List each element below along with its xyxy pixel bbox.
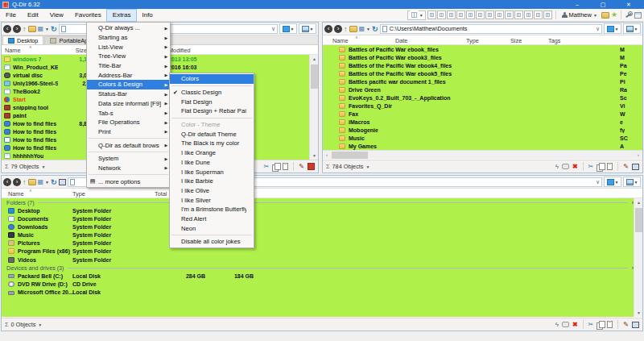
column-header-date[interactable]: Date [395, 37, 407, 44]
forward-icon[interactable]: › [334, 25, 342, 33]
scroll-thumb[interactable] [635, 208, 642, 232]
file-row[interactable]: Battles of the Pacific War ebook4_files … [323, 61, 642, 69]
menu-item[interactable]: I like Barbie [170, 177, 254, 186]
views-icon[interactable]: ▦ [38, 25, 44, 32]
views-icon[interactable]: ▦ [359, 25, 365, 32]
refresh-icon[interactable]: ↻ [51, 25, 57, 33]
copy-icon[interactable] [272, 163, 279, 170]
right-address-bar[interactable]: C:\Users\Matthew\Documents ∨ [380, 24, 602, 34]
menubar-item[interactable]: Edit [22, 10, 44, 21]
chevron-down-icon[interactable]: ▼ [38, 322, 42, 327]
menu-item[interactable]: Network ▶ [87, 164, 170, 173]
menu-item[interactable]: The Black is my color [170, 139, 254, 148]
layout-preset-button[interactable] [514, 10, 523, 19]
list-item[interactable]: ∧ Music System Folder [2, 231, 642, 239]
file-row[interactable]: Battles of Pacific War ebook_files M [323, 45, 642, 53]
menu-item[interactable]: Red Alert [170, 214, 254, 224]
menu-item[interactable]: Colors [170, 74, 254, 84]
column-header-type[interactable]: Type [72, 190, 85, 198]
right-horizontal-scrollbar[interactable]: ‹ › [323, 150, 642, 159]
list-item[interactable]: ∧ Documents System Folder [2, 214, 642, 222]
up-icon[interactable]: ↑ [23, 25, 27, 33]
column-header-size[interactable]: Size [58, 47, 87, 54]
back-icon[interactable]: ‹ [324, 25, 332, 33]
new-tab-icon[interactable] [28, 179, 36, 185]
layout-preset-button[interactable] [466, 10, 475, 19]
up-icon[interactable]: ↑ [344, 25, 348, 33]
delete-icon[interactable] [308, 163, 315, 170]
refresh-icon[interactable]: ↻ [372, 25, 378, 33]
menu-item[interactable]: Title-Bar ▶ [87, 61, 170, 71]
layout-preset-button[interactable] [427, 10, 436, 19]
edit-icon[interactable]: ✎ [299, 163, 304, 171]
paste-icon[interactable] [607, 321, 613, 328]
file-row[interactable]: EvoKeys_0.2_Built_703_-_Application Sc [323, 94, 642, 102]
refresh-icon[interactable]: ↻ [51, 178, 57, 186]
scroll-down-icon[interactable]: ▼ [634, 309, 643, 317]
chevron-down-icon[interactable]: ▼ [365, 164, 369, 169]
rename-icon[interactable] [562, 164, 569, 169]
column-header-tags[interactable]: Tags [548, 37, 560, 44]
menu-item[interactable]: Neon [170, 223, 254, 233]
maximize-button[interactable]: ▢ [590, 0, 616, 9]
menu-item[interactable]: Print ▶ [87, 127, 170, 137]
window-layout-icon[interactable] [634, 12, 642, 19]
layout-preset-button[interactable] [476, 10, 485, 19]
menu-item[interactable]: ✔ Classic Design [170, 88, 254, 98]
file-row[interactable]: My Games A [323, 142, 642, 150]
scroll-thumb[interactable] [311, 64, 318, 89]
new-tab-icon[interactable] [28, 26, 36, 32]
menu-item[interactable]: Color - Theme [170, 120, 254, 130]
preview-icon[interactable] [632, 164, 639, 170]
edit-icon[interactable]: ✎ [623, 163, 629, 171]
scroll-thumb[interactable] [332, 152, 368, 159]
list-item[interactable]: ∧ Pictures System Folder [2, 239, 642, 247]
layout-preset-button[interactable] [534, 10, 543, 19]
back-icon[interactable]: ‹ [3, 178, 11, 186]
column-header-name[interactable]: Name [5, 47, 20, 54]
layout-preset-button[interactable] [524, 10, 533, 19]
column-header-size[interactable]: Size [510, 37, 522, 44]
menu-item[interactable]: Flat Design + Rebar Paint [170, 106, 254, 116]
close-button[interactable]: ✕ [616, 0, 642, 9]
menu-item[interactable]: Flat Design [170, 97, 254, 106]
list-item[interactable]: ∧ Packard Bell (C:) Local Disk 284 GB 18… [2, 272, 642, 280]
menu-item[interactable]: Data size information [F9] ▶ [87, 99, 170, 109]
file-row[interactable]: Battles of Pacific War ebook3_files M [323, 53, 642, 61]
address-combo-icon[interactable]: ∨ [596, 26, 600, 32]
tools-icon[interactable] [625, 11, 633, 19]
layout-preset-button[interactable] [437, 10, 446, 19]
layout-preset-button[interactable] [495, 10, 504, 19]
layout-preset-button[interactable] [485, 10, 494, 19]
back-icon[interactable]: ‹ [3, 25, 11, 33]
computer-icon[interactable] [59, 179, 66, 185]
scroll-up-icon[interactable]: ▲ [634, 198, 643, 206]
file-row[interactable]: Mobogenie fy [323, 126, 642, 134]
menu-item[interactable]: Tree-View ▶ [87, 52, 170, 61]
delete-icon[interactable]: ✖ [572, 321, 578, 329]
folder-tab[interactable]: Desktop [2, 35, 43, 44]
left-vertical-scrollbar[interactable]: ▲ ▼ [309, 55, 318, 160]
edit-icon[interactable]: ✎ [623, 321, 629, 329]
column-header-modified[interactable]: Modified [168, 47, 191, 54]
menu-item[interactable]: Status-Bar ▶ [87, 89, 170, 99]
copy-icon[interactable] [597, 321, 604, 328]
scroll-right-icon[interactable]: › [634, 151, 642, 159]
menu-item[interactable]: I like Superman [170, 167, 254, 177]
flash-icon[interactable]: ϟ [555, 163, 559, 171]
list-item[interactable]: ∧ Microsoft Office 20... Local Disk [2, 289, 642, 297]
column-header-name[interactable]: Name [332, 37, 348, 44]
cut-icon[interactable]: ✂ [588, 321, 594, 329]
panel-view-dropdown[interactable]: ▼ [623, 177, 641, 187]
menu-item[interactable]: I like Olive [170, 186, 254, 196]
menu-item[interactable]: I like Orange [170, 148, 254, 158]
cut-icon[interactable]: ✂ [588, 163, 594, 171]
menu-item[interactable]: I like Silver [170, 195, 254, 205]
address-combo-icon[interactable]: ∨ [271, 26, 275, 32]
panel-view-dropdown[interactable]: ▼ [623, 23, 641, 34]
layout-combo-button[interactable]: ▼ [407, 10, 426, 20]
menubar-item[interactable]: View [44, 10, 69, 21]
forward-icon[interactable]: › [13, 178, 21, 186]
rename-icon[interactable] [562, 322, 569, 327]
file-row[interactable]: Music SC [323, 134, 642, 142]
